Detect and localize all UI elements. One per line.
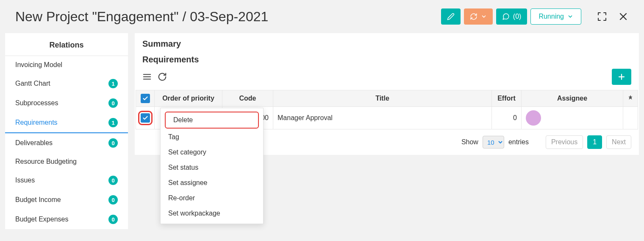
count-badge: 1 xyxy=(108,79,118,88)
count-badge: 1 xyxy=(108,118,118,127)
pencil-icon xyxy=(447,13,455,20)
refresh-split-button[interactable] xyxy=(464,8,493,25)
chevron-down-icon xyxy=(481,14,487,20)
section-heading: Requirements xyxy=(135,51,639,66)
menu-item-delete[interactable]: Delete xyxy=(165,112,259,129)
comments-button[interactable]: (0) xyxy=(496,8,527,25)
fullscreen-button[interactable] xyxy=(593,8,611,25)
sidebar-item-label: Invoicing Model xyxy=(15,61,62,69)
page-title: New Project "Engagement" / 03-Sep-2021 xyxy=(15,9,268,25)
count-badge: 0 xyxy=(108,195,118,205)
show-label: Show xyxy=(461,138,478,146)
next-page-button[interactable]: Next xyxy=(606,135,631,149)
header: New Project "Engagement" / 03-Sep-2021 (… xyxy=(0,0,644,33)
col-effort[interactable]: Effort xyxy=(492,90,522,107)
refresh-icon xyxy=(158,72,167,81)
sidebar-item-label: Requirements xyxy=(15,119,58,126)
sidebar-item-label: Budget Expenses xyxy=(15,216,68,223)
speech-bubble-icon xyxy=(502,13,510,20)
col-priority[interactable]: Order of priority xyxy=(155,90,222,107)
sidebar-item-gantt-chart[interactable]: Gantt Chart 1 xyxy=(5,74,128,93)
sidebar-item-issues[interactable]: Issues 0 xyxy=(5,171,128,190)
col-pin[interactable] xyxy=(623,90,638,107)
select-all-checkbox[interactable] xyxy=(141,94,150,103)
workspace: Relations Invoicing Model Gantt Chart 1 … xyxy=(0,33,644,229)
comments-count: (0) xyxy=(513,13,522,20)
page-size-select[interactable]: 10 xyxy=(483,136,504,149)
refresh-button[interactable] xyxy=(158,72,167,81)
sidebar-item-label: Resource Budgeting xyxy=(15,158,77,165)
menu-item-tag[interactable]: Tag xyxy=(161,129,263,145)
sidebar-item-resource-budgeting[interactable]: Resource Budgeting xyxy=(5,153,128,171)
close-icon xyxy=(618,11,628,22)
sidebar-item-subprocesses[interactable]: Subprocesses 0 xyxy=(5,93,128,113)
col-assignee[interactable]: Assignee xyxy=(522,90,623,107)
col-title[interactable]: Title xyxy=(273,90,492,107)
assignee-avatar[interactable] xyxy=(526,110,541,126)
check-icon xyxy=(142,95,148,101)
page-number-button[interactable]: 1 xyxy=(587,135,602,149)
check-icon xyxy=(142,115,148,121)
close-button[interactable] xyxy=(614,8,632,25)
header-actions: (0) Running xyxy=(441,8,632,25)
plus-icon xyxy=(618,73,625,81)
sidebar-item-budget-income[interactable]: Budget Income 0 xyxy=(5,190,128,210)
sidebar-item-requirements[interactable]: Requirements 1 xyxy=(5,113,128,133)
context-menu: Delete Tag Set category Set status Set a… xyxy=(160,108,264,224)
menu-item-set-status[interactable]: Set status xyxy=(161,160,263,175)
summary-heading: Summary xyxy=(135,33,639,51)
pin-icon xyxy=(627,95,633,101)
add-button[interactable] xyxy=(612,69,631,85)
cycle-icon xyxy=(470,13,477,20)
sidebar: Relations Invoicing Model Gantt Chart 1 … xyxy=(5,33,128,229)
fullscreen-icon xyxy=(597,11,607,22)
entries-label: entries xyxy=(508,138,529,146)
menu-item-set-assignee[interactable]: Set assignee xyxy=(161,175,263,191)
col-code[interactable]: Code xyxy=(222,90,273,107)
row-checkbox[interactable] xyxy=(141,113,150,123)
count-badge: 0 xyxy=(108,138,118,148)
menu-button[interactable] xyxy=(142,72,152,81)
col-select xyxy=(136,90,155,107)
edit-button[interactable] xyxy=(441,8,461,25)
sidebar-item-label: Deliverables xyxy=(15,139,53,147)
sidebar-item-deliverables[interactable]: Deliverables 0 xyxy=(5,133,128,153)
cell-assignee xyxy=(522,107,623,129)
prev-page-button[interactable]: Previous xyxy=(546,135,583,149)
sidebar-item-label: Gantt Chart xyxy=(15,80,50,87)
status-dropdown[interactable]: Running xyxy=(530,8,581,25)
count-badge: 0 xyxy=(108,215,118,224)
menu-item-set-category[interactable]: Set category xyxy=(161,145,263,160)
sidebar-item-label: Subprocesses xyxy=(15,99,58,107)
hamburger-icon xyxy=(142,72,152,81)
sidebar-title: Relations xyxy=(5,33,128,56)
cell-title: Manager Approval xyxy=(273,107,492,129)
cell-effort: 0 xyxy=(492,107,522,129)
cell-pin[interactable] xyxy=(623,107,638,129)
status-label: Running xyxy=(539,13,564,20)
sidebar-item-budget-expenses[interactable]: Budget Expenses 0 xyxy=(5,210,128,229)
sidebar-item-label: Issues xyxy=(15,177,35,184)
table-header-row: Order of priority Code Title Effort Assi… xyxy=(136,90,638,107)
main-panel: Summary Requirements xyxy=(135,33,639,155)
table-toolbar xyxy=(135,66,639,90)
count-badge: 0 xyxy=(108,98,118,108)
count-badge: 0 xyxy=(108,176,118,185)
sidebar-item-invoicing-model[interactable]: Invoicing Model xyxy=(5,56,128,74)
menu-item-set-workpackage[interactable]: Set workpackage xyxy=(161,206,263,221)
sidebar-item-label: Budget Income xyxy=(15,196,61,204)
menu-item-re-order[interactable]: Re-order xyxy=(161,191,263,206)
chevron-down-icon xyxy=(567,14,573,20)
